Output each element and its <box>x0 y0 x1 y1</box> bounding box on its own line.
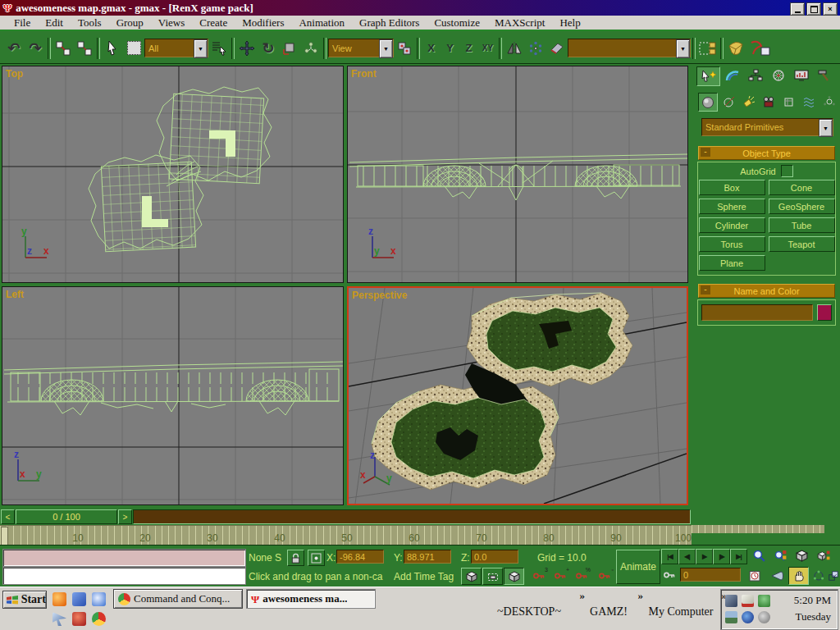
zoom-all-button[interactable] <box>771 548 790 564</box>
listener-field[interactable] <box>2 567 246 585</box>
category-cameras[interactable] <box>760 93 778 110</box>
restrict-z-button[interactable]: Z <box>459 39 478 57</box>
current-frame-input[interactable] <box>683 568 737 581</box>
y-coordinate-field[interactable] <box>404 550 451 564</box>
geosphere-button[interactable]: GeoSphere <box>769 199 835 214</box>
key-filters-button[interactable]: ▫ <box>596 568 614 583</box>
degradation-override-button[interactable] <box>461 568 482 585</box>
time-configuration-button[interactable] <box>745 568 764 583</box>
torus-button[interactable]: Torus <box>699 236 765 252</box>
menu-tools[interactable]: Tools <box>71 16 109 30</box>
opera-icon[interactable] <box>72 612 86 626</box>
cone-button[interactable]: Cone <box>769 180 835 195</box>
x-coordinate-input[interactable] <box>340 550 381 563</box>
menu-modifiers[interactable]: Modifiers <box>235 16 291 30</box>
dropdown-arrow-icon[interactable]: ▼ <box>379 39 393 58</box>
category-spacewarps[interactable] <box>800 93 818 110</box>
next-frame-button[interactable]: |▶ <box>713 549 730 564</box>
viewport-perspective[interactable]: Perspective <box>347 286 688 505</box>
select-by-name-button[interactable] <box>208 38 230 59</box>
z-coordinate-field[interactable] <box>471 550 518 564</box>
menu-group[interactable]: Group <box>109 16 151 30</box>
menu-customize[interactable]: Customize <box>427 16 487 30</box>
align-button[interactable] <box>525 38 546 59</box>
autogrid-checkbox[interactable] <box>781 165 793 177</box>
unlink-selection-button[interactable] <box>74 38 95 59</box>
tube-button[interactable]: Tube <box>769 217 835 233</box>
select-and-link-button[interactable] <box>52 38 74 59</box>
listener-input[interactable] <box>3 568 249 586</box>
set-key-position-button[interactable]: 3 <box>530 568 548 583</box>
category-geometry[interactable] <box>698 93 718 112</box>
macro-recorder-field[interactable] <box>2 549 246 567</box>
box-button[interactable]: Box <box>699 180 765 195</box>
add-time-tag-button[interactable]: Add Time Tag <box>394 571 454 582</box>
track-bar-caret[interactable] <box>1 527 8 546</box>
track-bar[interactable]: 10 20 30 40 50 60 70 80 90 100 <box>0 525 692 546</box>
category-shapes[interactable] <box>719 93 737 110</box>
viewport-front-label[interactable]: Front <box>351 68 377 80</box>
sphere-button[interactable]: Sphere <box>699 199 765 214</box>
z-coordinate-input[interactable] <box>474 550 515 563</box>
dropdown-arrow-icon[interactable]: ▼ <box>676 39 690 58</box>
start-button[interactable]: Start <box>2 591 47 609</box>
use-pivot-point-button[interactable] <box>394 38 415 59</box>
selection-lock-toggle[interactable] <box>287 550 304 566</box>
clock-icon[interactable] <box>742 611 754 623</box>
named-selection-sets-dropdown[interactable]: ▼ <box>568 39 691 57</box>
zoom-button[interactable] <box>750 548 769 564</box>
min-max-toggle-button[interactable] <box>828 568 839 583</box>
viewport-left-label[interactable]: Left <box>6 289 24 300</box>
rectangular-selection-region-button[interactable] <box>123 38 144 59</box>
scheduler-icon[interactable] <box>742 595 754 607</box>
go-to-start-button[interactable]: |◀ <box>661 549 678 564</box>
macro-recorder-input[interactable] <box>3 550 249 568</box>
menu-help[interactable]: Help <box>552 16 587 30</box>
previous-frame-button[interactable]: ◀| <box>678 549 696 564</box>
menu-graph-editors[interactable]: Graph Editors <box>352 16 427 30</box>
tab-motion[interactable] <box>767 66 789 84</box>
category-lights[interactable] <box>740 93 758 110</box>
menu-views[interactable]: Views <box>151 16 192 30</box>
viewport-top-label[interactable]: Top <box>6 68 23 80</box>
y-coordinate-input[interactable] <box>407 550 448 563</box>
pointer-icon[interactable] <box>52 612 66 626</box>
plane-button[interactable]: Plane <box>699 255 765 271</box>
shaded-mode-button[interactable] <box>504 568 524 585</box>
select-and-rotate-button[interactable]: ↻ <box>258 38 279 59</box>
x-coordinate-field[interactable] <box>336 550 384 564</box>
chrome-icon[interactable] <box>92 612 106 626</box>
selection-filter-dropdown[interactable]: All ▼ <box>144 39 208 57</box>
reference-coordinate-dropdown[interactable]: View ▼ <box>328 39 394 57</box>
collapse-icon[interactable]: - <box>701 285 710 294</box>
close-button[interactable]: × <box>823 2 838 16</box>
user-icon[interactable] <box>758 595 770 607</box>
speaker-icon[interactable] <box>725 595 737 607</box>
pan-view-button[interactable] <box>788 567 809 585</box>
name-color-rollout-header[interactable]: - Name and Color <box>698 284 835 298</box>
restrict-y-button[interactable]: Y <box>441 39 459 57</box>
schematic-view-button[interactable] <box>746 38 774 59</box>
object-color-swatch[interactable] <box>817 304 832 321</box>
collapse-icon[interactable]: - <box>701 148 710 157</box>
teapot-button[interactable]: Teapot <box>769 236 835 252</box>
tab-utilities[interactable] <box>813 66 835 84</box>
menu-edit[interactable]: Edit <box>38 16 71 30</box>
wireframe-override-button[interactable] <box>482 568 503 585</box>
zoom-extents-button[interactable] <box>792 548 811 564</box>
set-key-rotation-button[interactable]: + <box>551 568 569 583</box>
task-button-command-and-conquer[interactable]: Command and Conq... <box>113 589 243 609</box>
animate-button[interactable]: Animate <box>616 550 660 584</box>
menu-animation[interactable]: Animation <box>291 16 352 30</box>
dropdown-arrow-icon[interactable]: ▼ <box>819 119 833 137</box>
menu-maxscript[interactable]: MAXScript <box>487 16 552 30</box>
key-mode-toggle[interactable] <box>661 568 677 582</box>
zoom-extents-all-button[interactable] <box>814 548 833 564</box>
redo-button[interactable]: ↷ <box>25 38 46 59</box>
dropdown-arrow-icon[interactable]: ▼ <box>194 39 208 58</box>
object-name-input[interactable] <box>702 305 815 322</box>
set-key-scale-button[interactable]: % <box>573 568 591 583</box>
select-and-manipulate-button[interactable] <box>300 38 322 59</box>
go-to-end-button[interactable]: ▶| <box>730 549 747 564</box>
select-and-move-button[interactable] <box>236 38 258 59</box>
